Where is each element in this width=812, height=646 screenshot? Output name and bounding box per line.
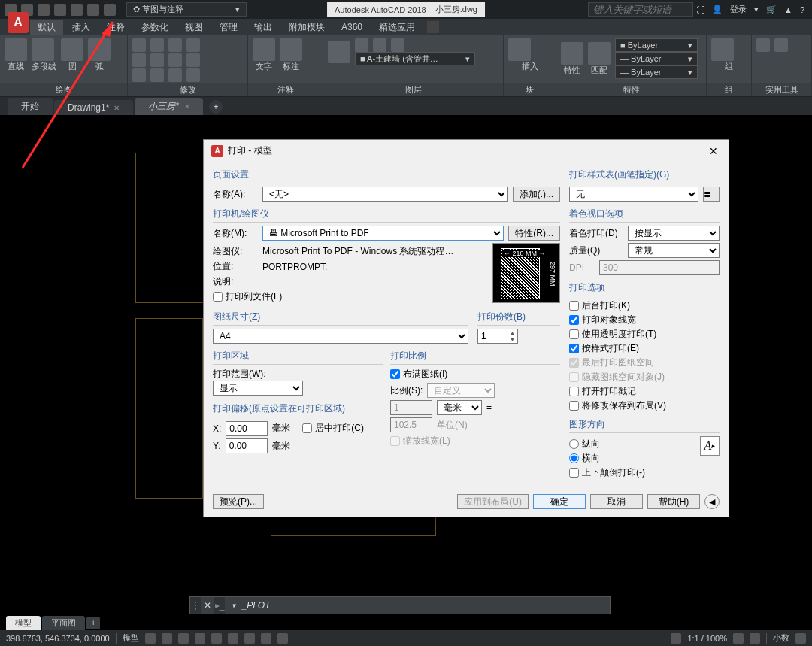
upside-down-checkbox[interactable]: 上下颠倒打印(-) bbox=[569, 466, 700, 479]
layer-lock-icon[interactable] bbox=[391, 38, 404, 52]
group-icon[interactable] bbox=[711, 38, 734, 61]
customize-icon[interactable] bbox=[795, 633, 806, 644]
line-icon[interactable] bbox=[5, 38, 27, 61]
qat-saveas-icon[interactable] bbox=[54, 4, 66, 16]
dialog-titlebar[interactable]: A 打印 - 模型 ✕ bbox=[204, 140, 729, 162]
infocenter-icon[interactable]: ⛶ bbox=[696, 5, 704, 14]
stretch-icon[interactable] bbox=[132, 68, 146, 82]
preview-button[interactable]: 预览(P)... bbox=[213, 494, 264, 509]
workspace-icon[interactable] bbox=[733, 633, 744, 644]
paper-size-select[interactable]: A4 bbox=[213, 329, 468, 344]
layer-on-icon[interactable] bbox=[355, 38, 368, 52]
style-edit-button[interactable]: ≣ bbox=[703, 187, 720, 202]
cmdbar-handle-icon[interactable]: ⋮ bbox=[190, 597, 201, 614]
doc-tab-add[interactable]: + bbox=[209, 100, 223, 114]
osnap-icon[interactable] bbox=[211, 633, 222, 644]
tab-output[interactable]: 输出 bbox=[247, 20, 280, 35]
otrack-icon[interactable] bbox=[228, 633, 238, 644]
offset-y-input[interactable] bbox=[226, 438, 268, 453]
dim-icon[interactable] bbox=[280, 38, 302, 61]
copy-icon[interactable] bbox=[132, 53, 146, 67]
help-icon[interactable]: ? bbox=[800, 5, 804, 14]
layer-freeze-icon[interactable] bbox=[373, 38, 386, 52]
tab-a360[interactable]: A360 bbox=[334, 20, 370, 34]
scale-icon[interactable] bbox=[150, 68, 164, 82]
trim-icon[interactable] bbox=[168, 38, 182, 52]
layer-props-icon[interactable] bbox=[328, 41, 350, 63]
paste-icon[interactable] bbox=[774, 38, 788, 52]
polyline-icon[interactable] bbox=[32, 38, 54, 61]
app-logo[interactable]: A bbox=[8, 12, 29, 33]
insert-icon[interactable] bbox=[508, 38, 531, 61]
add-button[interactable]: 添加(.)... bbox=[513, 187, 560, 202]
tab-default[interactable]: 默认 bbox=[30, 20, 63, 35]
tab-addins[interactable]: 附加模块 bbox=[281, 20, 332, 35]
lineweight-combo[interactable]: — ByLayer▾ bbox=[615, 52, 698, 65]
exchange-icon[interactable]: 🛒 bbox=[766, 5, 777, 14]
dyn-icon[interactable] bbox=[244, 633, 255, 644]
opt-plotstamp[interactable]: 打开打印戳记 bbox=[569, 385, 720, 398]
ribbon-options-icon[interactable] bbox=[427, 21, 439, 33]
help-search-input[interactable] bbox=[588, 2, 693, 17]
erase-icon[interactable] bbox=[186, 38, 200, 52]
opt-transparency[interactable]: 使用透明度打印(T) bbox=[569, 328, 720, 341]
props-icon[interactable] bbox=[561, 42, 583, 65]
command-input[interactable]: ▾ _PLOT bbox=[225, 600, 276, 611]
transparency-icon[interactable] bbox=[277, 633, 288, 644]
match-icon[interactable] bbox=[588, 42, 611, 65]
fit-to-paper-checkbox[interactable]: 布满图纸(I) bbox=[390, 368, 560, 381]
plot-to-file-checkbox[interactable]: 打印到文件(F) bbox=[213, 290, 485, 303]
close-icon[interactable]: ✕ bbox=[183, 102, 189, 111]
grid-icon[interactable] bbox=[145, 633, 156, 644]
style-table-select[interactable]: 无 bbox=[569, 187, 698, 202]
opt-lineweights[interactable]: 打印对象线宽 bbox=[569, 314, 720, 326]
orientation-portrait[interactable]: 纵向 bbox=[569, 438, 700, 450]
color-combo[interactable]: ■ ByLayer▾ bbox=[615, 38, 698, 52]
orientation-landscape[interactable]: 横向 bbox=[569, 452, 700, 465]
ok-button[interactable]: 确定 bbox=[533, 494, 586, 509]
close-icon[interactable]: ✕ bbox=[114, 104, 120, 112]
doc-tab-current[interactable]: 小三房*✕ bbox=[135, 98, 203, 115]
qat-print-icon[interactable] bbox=[71, 4, 83, 16]
doc-tab-drawing1[interactable]: Drawing1*✕ bbox=[54, 100, 133, 115]
annoscale-icon[interactable] bbox=[671, 633, 681, 644]
layout-tab-layout1[interactable]: 平面图 bbox=[42, 616, 85, 630]
linetype-combo[interactable]: — ByLayer▾ bbox=[615, 65, 698, 79]
tab-insert[interactable]: 插入 bbox=[65, 20, 98, 35]
space-toggle[interactable]: 模型 bbox=[123, 632, 139, 644]
page-setup-select[interactable]: <无> bbox=[262, 187, 508, 202]
help-button[interactable]: 帮助(H) bbox=[647, 494, 700, 509]
text-icon[interactable] bbox=[253, 38, 275, 61]
a360-icon[interactable]: ▲ bbox=[784, 5, 792, 14]
array-icon[interactable] bbox=[168, 68, 182, 82]
arc-icon[interactable] bbox=[88, 38, 111, 61]
scale-unit-select[interactable]: 毫米 bbox=[437, 400, 482, 415]
shade-plot-select[interactable]: 按显示 bbox=[628, 226, 720, 241]
polar-icon[interactable] bbox=[195, 633, 205, 644]
close-icon[interactable]: ✕ bbox=[706, 145, 721, 157]
layer-combo[interactable]: ■ A-土建墙 (含管井…▾ bbox=[355, 52, 475, 65]
tab-view[interactable]: 视图 bbox=[177, 20, 211, 35]
tab-manage[interactable]: 管理 bbox=[212, 20, 245, 35]
cmdbar-recent-icon[interactable]: ▸_ bbox=[214, 597, 225, 614]
tab-parametric[interactable]: 参数化 bbox=[134, 20, 176, 35]
command-bar[interactable]: ⋮ ✕ ▸_ ▾ _PLOT bbox=[189, 596, 611, 614]
fillet-icon[interactable] bbox=[168, 53, 182, 67]
tab-featured[interactable]: 精选应用 bbox=[371, 20, 423, 35]
move-icon[interactable] bbox=[132, 38, 146, 52]
ortho-icon[interactable] bbox=[178, 633, 189, 644]
plot-area-select[interactable]: 显示 bbox=[213, 381, 303, 396]
workspace-selector[interactable]: ✿ 草图与注释▾ bbox=[126, 2, 247, 17]
explode-icon[interactable] bbox=[186, 53, 200, 67]
opt-save-layout[interactable]: 将修改保存到布局(V) bbox=[569, 399, 720, 412]
measure-icon[interactable] bbox=[756, 38, 770, 52]
cmdbar-close-icon[interactable]: ✕ bbox=[201, 600, 214, 611]
rotate-icon[interactable] bbox=[150, 38, 164, 52]
collapse-button[interactable]: ◀ bbox=[704, 494, 720, 509]
layout-add-button[interactable]: + bbox=[86, 617, 100, 629]
copies-spinner[interactable]: 1▲▼ bbox=[477, 329, 518, 344]
lwt-icon[interactable] bbox=[261, 633, 271, 644]
snap-icon[interactable] bbox=[162, 633, 172, 644]
center-plot-checkbox[interactable]: 居中打印(C) bbox=[302, 422, 364, 435]
offset-x-input[interactable] bbox=[226, 421, 268, 436]
